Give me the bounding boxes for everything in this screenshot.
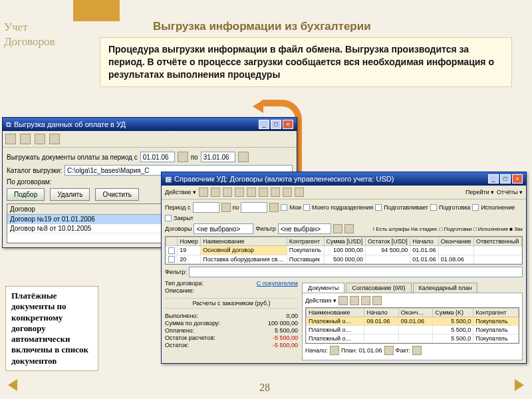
filter-input[interactable] [189, 267, 523, 277]
contract-type-link[interactable]: С покупателем [257, 280, 298, 287]
side-title: Учет Договоров [0, 0, 88, 49]
by-contracts-label: По договорам: [7, 178, 51, 186]
titlebar[interactable]: ⧉Выгрузка данных об оплате в УД _ □ × [3, 118, 297, 131]
tool-icon[interactable] [283, 188, 292, 197]
doc-row[interactable]: Платежный о…5 500,0Покупатель [307, 326, 519, 334]
tool-icon[interactable] [211, 188, 220, 197]
action-menu[interactable]: Действие ▾ [165, 189, 196, 196]
next-slide-icon[interactable] [515, 379, 524, 391]
calendar-icon[interactable] [330, 346, 339, 355]
checkbox-closed[interactable] [165, 215, 172, 221]
goto-menu[interactable]: Перейти ▾ [466, 189, 494, 196]
app-icon: ▦ [165, 175, 172, 184]
window-title: Выгрузка данных об оплате в УД [14, 120, 126, 128]
legend-text: ! Есть штрафы На стадии: □ Подготовки □ … [373, 226, 523, 232]
tool-icon[interactable] [247, 188, 256, 197]
maximize-button[interactable]: □ [271, 120, 281, 129]
description-text: Процедура выгрузки информации в файл обм… [100, 37, 512, 87]
toolbar [3, 131, 297, 148]
maximize-button[interactable]: □ [500, 174, 511, 184]
tool-icon[interactable] [223, 188, 232, 197]
date-from-input[interactable] [140, 152, 175, 162]
period-from[interactable] [193, 202, 219, 213]
tool-icon[interactable] [5, 134, 16, 144]
tool-icon[interactable] [259, 188, 268, 197]
tool-icon[interactable] [271, 188, 280, 197]
tool-icon[interactable] [350, 296, 359, 305]
tool-icon[interactable] [338, 296, 348, 305]
checkbox-my[interactable] [281, 204, 287, 211]
tab-approval[interactable]: Согласование (0/0) [346, 283, 411, 293]
filter-icon[interactable] [333, 224, 342, 233]
doc-row[interactable]: Платежный о…09.01.0609.01.065 500,0Покуп… [307, 317, 519, 326]
close-button[interactable]: × [512, 174, 523, 184]
tool-icon[interactable] [235, 188, 244, 197]
catalog-label: Каталог выгрузки: [7, 167, 62, 174]
doc-row[interactable]: Платежный о…5 500,0Покупатель [307, 334, 519, 343]
checkbox-ready[interactable] [430, 204, 437, 211]
documents-table[interactable]: НаименованиеНачалоОконч…Сумма (K)Контраг… [305, 307, 519, 344]
table-row[interactable]: 19Основной договорПокупатель100 000,0094… [166, 246, 522, 255]
calendar-icon[interactable] [269, 203, 279, 212]
period-label: Выгружать документы оплаты за период с [7, 154, 138, 161]
titlebar[interactable]: ▦Справочник УД: Договоры (валюта управле… [162, 172, 526, 186]
table-row[interactable]: 20Поставка оборудования св…Поставщик500 … [166, 255, 522, 264]
help-icon[interactable] [49, 134, 60, 144]
checkbox-prep[interactable] [375, 204, 382, 211]
actions-menu[interactable]: Действия ▾ [305, 297, 336, 304]
calendar-icon[interactable] [238, 152, 249, 162]
tab-calendar[interactable]: Календарный план [413, 283, 478, 293]
date-to-input[interactable] [201, 152, 235, 162]
minimize-button[interactable]: _ [259, 120, 269, 129]
period-to[interactable] [241, 202, 267, 213]
calc-header: Расчеты с заказчиком (руб.) [165, 298, 298, 309]
clear-filter-icon[interactable] [344, 224, 354, 233]
calendar-icon[interactable] [412, 346, 422, 355]
checkbox-exec[interactable] [472, 204, 479, 211]
app-icon: ⧉ [6, 120, 11, 129]
delete-button[interactable]: Удалить [50, 188, 90, 201]
contracts-table[interactable]: НомерНаименованиеКонтрагентСумма [USD]Ос… [165, 236, 523, 265]
minimize-button[interactable]: _ [488, 174, 499, 184]
contracts-select[interactable] [194, 223, 253, 234]
select-button[interactable]: Подбор [7, 188, 45, 201]
page-number: 28 [259, 382, 270, 394]
reports-menu[interactable]: Отчёты ▾ [497, 189, 523, 196]
calendar-icon[interactable] [221, 203, 231, 212]
table-header: НаименованиеНачалоОконч…Сумма (K)Контраг… [307, 309, 519, 317]
calendar-icon[interactable] [384, 346, 394, 355]
prev-slide-icon[interactable] [8, 379, 17, 391]
tool-icon[interactable] [20, 134, 31, 144]
close-button[interactable]: × [283, 120, 293, 129]
tool-icon[interactable] [295, 188, 304, 197]
tab-documents[interactable]: Документы [302, 283, 344, 293]
directory-window: ▦Справочник УД: Договоры (валюта управле… [161, 172, 527, 364]
toolbar: Действие ▾ Перейти ▾ Отчёты ▾ [162, 186, 526, 200]
main-title: Выгрузка информации из бухгалтерии [153, 20, 371, 33]
note-callout: Платёжные документы по конкретному догов… [5, 286, 98, 371]
window-title: Справочник УД: Договоры (валюта управлен… [174, 175, 394, 183]
tool-icon[interactable] [199, 188, 208, 197]
clear-button[interactable]: Очистить [95, 188, 139, 201]
tool-icon[interactable] [361, 296, 370, 305]
table-header: НомерНаименованиеКонтрагентСумма [USD]Ос… [166, 237, 522, 246]
tool-icon[interactable] [35, 134, 45, 144]
tool-icon[interactable] [372, 296, 382, 305]
calendar-icon[interactable] [178, 152, 188, 162]
filter-select[interactable] [278, 223, 331, 234]
checkbox-dept[interactable] [303, 204, 310, 211]
